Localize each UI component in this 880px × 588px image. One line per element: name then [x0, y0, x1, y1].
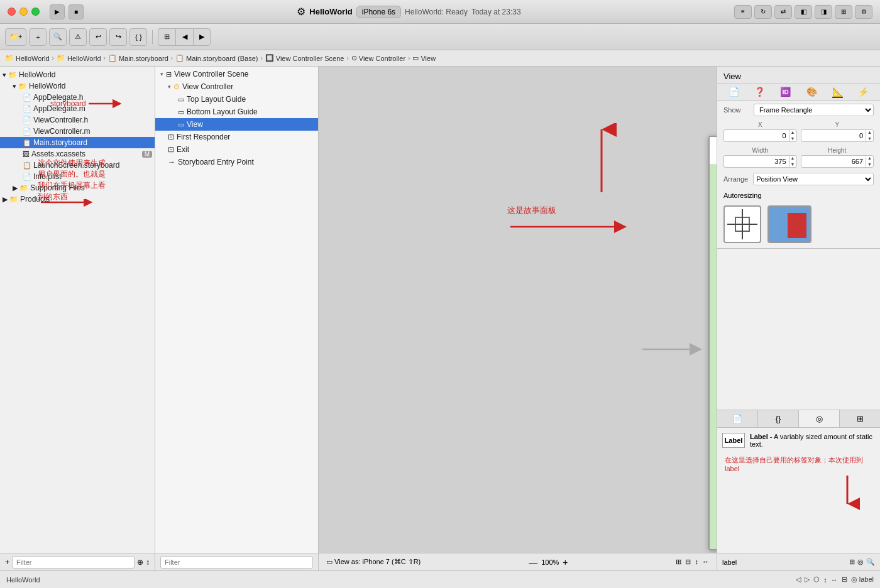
canvas-btn2[interactable]: ⊟ [685, 558, 691, 566]
nav-item-bottom-layout[interactable]: ▭ Bottom Layout Guide [155, 106, 318, 118]
quick-help-tab[interactable]: ❓ [754, 87, 765, 98]
nav-toggle[interactable]: ◧ [795, 5, 812, 19]
redo-button[interactable]: ↪ [109, 28, 127, 46]
identity-tab[interactable]: 🆔 [780, 87, 791, 98]
width-label: Width [723, 147, 797, 154]
lib-grid-icon[interactable]: ⊞ [849, 558, 855, 566]
canvas-area[interactable]: 这是故事面板 [319, 67, 717, 570]
autoresize-label: Autoresizing [723, 192, 762, 199]
breadcrumb-helloworld2[interactable]: 📁 HelloWorld [57, 54, 101, 62]
breadcrumb-mainstoryboard[interactable]: 📋 Main.storyboard [108, 54, 168, 62]
filter-sort-icon[interactable]: ↕ [146, 558, 150, 567]
split-toggle[interactable]: ⊞ [835, 5, 852, 19]
lib-tab-file[interactable]: 📄 [717, 410, 758, 427]
canvas-btn3[interactable]: ↕ [695, 558, 698, 566]
width-stepper[interactable]: ▲ ▼ [789, 155, 796, 168]
add-filter-icon[interactable]: + [5, 558, 9, 567]
file-inspector-tab[interactable]: 📄 [729, 87, 739, 98]
breadcrumb-base[interactable]: 📋 Main.storyboard (Base) [175, 54, 258, 62]
stop-button[interactable]: ■ [69, 4, 84, 19]
nav-filter-input[interactable] [160, 556, 313, 569]
nav-item-exit[interactable]: ⊡ Exit [155, 143, 318, 156]
zoom-in-button[interactable]: + [563, 557, 568, 567]
nav-item-vc[interactable]: ▾ ⊙ View Controller [155, 80, 318, 93]
breadcrumb-view[interactable]: ▭ View [412, 54, 436, 62]
minimize-button[interactable] [19, 8, 28, 16]
sidebar-item-appdelegate-m[interactable]: 📄 AppDelegate.m [0, 103, 155, 114]
code-button[interactable]: { } [129, 28, 147, 46]
panel-toggle[interactable]: ◨ [815, 5, 832, 19]
nav-item-top-layout[interactable]: ▭ Top Layout Guide [155, 93, 318, 106]
sidebar-item-main-storyboard[interactable]: 📋 Main.storyboard [0, 137, 155, 148]
vc-circle-icon: ⊙ [173, 82, 180, 91]
breadcrumb-vcscene[interactable]: 🔲 View Controller Scene [265, 54, 344, 62]
sidebar-item-supporting-files[interactable]: ▶ 📁 Supporting Files [0, 182, 155, 193]
group-icon: 📁 [8, 71, 17, 79]
add-file-button[interactable]: 📁+ [5, 28, 26, 46]
device-selector[interactable]: iPhone 6s [356, 6, 401, 18]
lib-tab-code[interactable]: {} [758, 410, 799, 427]
nav-item-view[interactable]: ▭ View [155, 118, 318, 131]
sidebar-item-viewcontroller-h[interactable]: 📄 ViewController.h [0, 114, 155, 126]
nav-item-first-responder[interactable]: ⊡ First Responder [155, 131, 318, 143]
grid-view-button[interactable]: ⊞ [158, 28, 175, 46]
sidebar-item-viewcontroller-m[interactable]: 📄 ViewController.m [0, 126, 155, 137]
build-status: HelloWorld: Ready [405, 8, 468, 16]
maximize-button[interactable] [31, 8, 40, 16]
height-input[interactable] [801, 158, 866, 165]
back-forward[interactable]: ⇄ [774, 5, 792, 19]
filter-options-icon[interactable]: ⊕ [137, 558, 143, 567]
width-input[interactable] [724, 158, 789, 165]
sidebar-item-helloworld-sub[interactable]: ▾ 📁 HelloWorld [0, 80, 155, 92]
breadcrumb-helloworld[interactable]: 📁 HelloWorld [5, 54, 50, 62]
inspector-header: View [717, 67, 880, 84]
filter-input[interactable] [12, 556, 135, 569]
height-stepper[interactable]: ▲ ▼ [866, 155, 873, 168]
sidebar-item-appdelegate-h[interactable]: 📄 AppDelegate.h [0, 92, 155, 103]
sidebar-item-products[interactable]: ▶ 📁 Products [0, 193, 155, 205]
lib-filter-icon[interactable]: 🔍 [866, 558, 875, 566]
size-tab[interactable]: 📐 [832, 87, 843, 98]
lib-tab-media[interactable]: ⊞ [840, 410, 880, 427]
autoresize-control[interactable] [723, 205, 761, 243]
run-button[interactable]: ▶ [50, 4, 65, 19]
label-description: Label - A variably sized amount of stati… [750, 433, 875, 448]
sidebar-item-info-plist[interactable]: 📄 Info.plist [0, 171, 155, 182]
sidebar-item-assets[interactable]: 🖼 Assets.xcassets M [0, 148, 155, 160]
prev-button[interactable]: ◀ [175, 28, 193, 46]
canvas-btn4[interactable]: ↔ [702, 558, 709, 566]
view-options-button[interactable]: ≡ [734, 5, 752, 19]
y-stepper[interactable]: ▲ ▼ [866, 129, 873, 142]
util-toggle[interactable]: ⚙ [855, 5, 872, 19]
y-input[interactable] [801, 132, 866, 139]
attributes-tab[interactable]: 🎨 [806, 87, 817, 98]
add-item-button[interactable]: + [29, 28, 47, 46]
refresh-button[interactable]: ↻ [754, 5, 772, 19]
undo-button[interactable]: ↩ [89, 28, 107, 46]
label-subtitle: - A variably sized amount of static text… [750, 433, 872, 448]
sidebar-item-helloworld-group[interactable]: ▾ 📁 HelloWorld [0, 69, 155, 80]
show-select[interactable]: Frame Rectangle [754, 104, 874, 116]
zoom-out-button[interactable]: — [529, 557, 537, 567]
breadcrumb-vc[interactable]: ⊙ View Controller [351, 54, 405, 62]
arrange-select[interactable]: Position View [753, 173, 874, 185]
next-button[interactable]: ▶ [193, 28, 211, 46]
x-stepper[interactable]: ▲ ▼ [789, 129, 796, 142]
lib-circle-icon[interactable]: ◎ [857, 558, 864, 566]
canvas-btn1[interactable]: ⊞ [676, 558, 681, 566]
nav-item-entry-point[interactable]: → Storyboard Entry Point [155, 156, 318, 168]
file-icon3: 📄 [23, 116, 31, 124]
plist-icon: 📄 [23, 173, 31, 181]
x-input[interactable] [724, 132, 789, 139]
close-button[interactable] [8, 8, 16, 16]
connections-tab[interactable]: ⚡ [858, 87, 869, 98]
show-row: Show Frame Rectangle [717, 101, 880, 119]
sidebar-item-launchscreen[interactable]: 📋 LaunchScreen.storyboard [0, 160, 155, 171]
nav-item-vcscene[interactable]: ▾ ⊟ View Controller Scene [155, 68, 318, 80]
search-button[interactable]: 🔍 [49, 28, 67, 46]
lib-tab-objects[interactable]: ◎ [799, 410, 840, 427]
scene-folder-icon: ⊟ [166, 70, 172, 79]
warning-button[interactable]: ⚠ [69, 28, 87, 46]
library-annotation: 在这里选择自己要用的标签对象；本次使用到label [722, 453, 875, 513]
view-icon: ▭ [412, 54, 419, 62]
